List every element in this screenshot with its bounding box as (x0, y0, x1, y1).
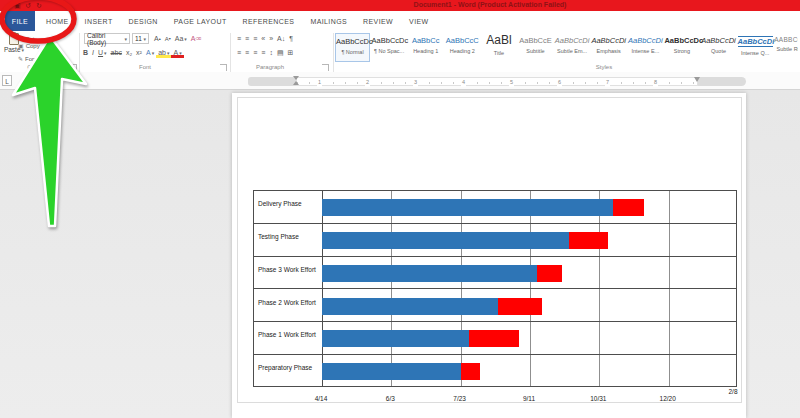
bar-completed[interactable] (322, 232, 569, 249)
chart-object-frame[interactable]: Delivery PhaseTesting PhasePhase 3 Work … (237, 97, 742, 403)
style-sample: AaBl (481, 33, 516, 47)
highlight-color-button[interactable]: ab▾ (156, 47, 171, 58)
paragraph-dialog-launcher[interactable] (322, 64, 329, 71)
style-subtle-ref[interactable]: AABBCCDLSubtle Ref... (774, 33, 798, 62)
copy-button[interactable]: ▣ Copy (18, 42, 40, 49)
increase-indent-icon[interactable]: » (267, 33, 275, 44)
cut-button[interactable]: ✂ Cut (18, 35, 34, 42)
style-no-spac[interactable]: AaBbCcDc¶ No Spac... (372, 33, 407, 62)
bar-remaining[interactable] (613, 199, 644, 216)
font-size-select[interactable]: 11▾ (132, 33, 149, 44)
tab-references[interactable]: REFERENCES (235, 18, 303, 25)
font-dialog-launcher[interactable] (220, 64, 227, 71)
change-case-button[interactable]: Aa▾ (173, 33, 189, 44)
pilcrow-icon[interactable]: ¶ (287, 33, 295, 44)
style-heading-1[interactable]: AaBbCcHeading 1 (408, 33, 443, 62)
indent-marker-right[interactable] (694, 77, 700, 82)
multilevel-list-icon[interactable]: ≡ (251, 33, 259, 44)
tab-review[interactable]: REVIEW (355, 18, 401, 25)
justify-icon[interactable]: ≡ (259, 47, 267, 58)
style-name: Emphasis (591, 48, 626, 54)
shading-icon[interactable]: ▤ (275, 47, 286, 58)
underline-button[interactable]: U▾ (96, 47, 109, 58)
strikethrough-button[interactable]: abc (109, 47, 124, 58)
ruler-right-margin (698, 77, 746, 86)
style-subtitle[interactable]: AaBbCcESubtitle (518, 33, 553, 62)
redo-icon[interactable]: ↻ (36, 1, 42, 10)
tab-file[interactable]: FILE (5, 11, 35, 31)
x-axis-tick-label: 4/14 (304, 395, 338, 402)
x-axis-tick-label: 6/3 (373, 395, 407, 402)
grow-font-button[interactable]: A▴ (152, 33, 163, 44)
indent-marker-left-bottom[interactable] (293, 81, 299, 85)
font-name-select[interactable]: Calibri (Body)▾ (84, 33, 130, 44)
style-name: Title (481, 50, 516, 56)
bar-remaining[interactable] (498, 298, 542, 315)
bar-completed[interactable] (322, 363, 461, 380)
align-center-icon[interactable]: ≡ (243, 47, 251, 58)
style-sample: AaBbCcDi (701, 36, 736, 45)
tab-view[interactable]: VIEW (401, 18, 437, 25)
text-effects-button[interactable]: A▾ (144, 47, 156, 58)
font-color-button[interactable]: A▾ (171, 47, 183, 58)
decrease-indent-icon[interactable]: « (259, 33, 267, 44)
gantt-row: Phase 1 Work Effort (254, 322, 737, 355)
superscript-button[interactable]: x² (134, 47, 144, 58)
style-name: Heading 1 (408, 48, 443, 54)
style-intense-e[interactable]: AaBbCcDiIntense E... (628, 33, 663, 62)
undo-icon[interactable]: ↺ (25, 1, 31, 10)
subscript-button[interactable]: x₂ (124, 47, 134, 58)
style-strong[interactable]: AaBbCcDcStrong (664, 33, 699, 62)
numbering-icon[interactable]: ≡ (243, 33, 251, 44)
style-name: Heading 2 (445, 48, 480, 54)
sort-icon[interactable]: A↓ (275, 33, 287, 44)
save-icon[interactable]: ▣ (14, 1, 21, 10)
bar-remaining[interactable] (537, 265, 562, 282)
style-heading-2[interactable]: AaBbCcCHeading 2 (445, 33, 480, 62)
tab-home[interactable]: HOME (38, 18, 77, 25)
tab-page-layout[interactable]: PAGE LAYOUT (166, 18, 235, 25)
ruler-number: 4 (461, 78, 466, 87)
copy-icon: ▣ (18, 42, 24, 49)
style-quote[interactable]: AaBbCcDiQuote (701, 33, 736, 62)
style-title[interactable]: AaBlTitle (481, 33, 516, 62)
document-page[interactable]: Delivery PhaseTesting PhasePhase 3 Work … (232, 93, 746, 418)
line-spacing-icon[interactable]: ↕ (267, 47, 275, 58)
bold-button[interactable]: B (81, 47, 90, 58)
word-window: ▣ ↺ ↻ Document1 - Word (Product Activati… (0, 0, 800, 418)
tab-design[interactable]: DESIGN (121, 18, 166, 25)
gantt-row: Phase 2 Work Effort (254, 290, 737, 323)
clear-formatting-button[interactable]: A⌫ (189, 33, 203, 44)
bar-completed[interactable] (322, 265, 537, 282)
tab-mailings[interactable]: MAILINGS (302, 18, 355, 25)
ruler-number: 3 (413, 78, 418, 87)
clipboard-dialog-launcher[interactable] (70, 64, 77, 71)
bar-completed[interactable] (322, 298, 498, 315)
bar-completed[interactable] (322, 330, 469, 347)
bullets-icon[interactable]: ≡ (235, 33, 243, 44)
shrink-font-button[interactable]: A▾ (163, 33, 173, 44)
bar-remaining[interactable] (461, 363, 480, 380)
bar-completed[interactable] (322, 199, 613, 216)
indent-marker-left[interactable] (293, 76, 299, 80)
tab-selector[interactable]: L (2, 75, 12, 86)
bar-remaining[interactable] (569, 232, 608, 249)
styles-gallery: AaBbCcDc¶ NormalAaBbCcDc¶ No Spac...AaBb… (335, 33, 798, 63)
horizontal-ruler[interactable]: 12345678 (296, 77, 698, 86)
tab-insert[interactable]: INSERT (77, 18, 121, 25)
ruler-number: 8 (653, 78, 658, 87)
align-left-icon[interactable]: ≡ (235, 47, 243, 58)
format-painter-button[interactable]: ✎ Format Painter (18, 55, 65, 62)
style-intense-q[interactable]: AaBbCcDiIntense Q... (738, 33, 773, 62)
bar-remaining[interactable] (469, 330, 519, 347)
align-right-icon[interactable]: ≡ (251, 47, 259, 58)
style-normal[interactable]: AaBbCcDc¶ Normal (335, 33, 370, 62)
borders-icon[interactable]: ⊞ (286, 47, 296, 58)
x-axis-tick-label: 2/8 (716, 388, 750, 395)
style-subtle-em[interactable]: AaBbCcDiSubtle Em... (555, 33, 590, 62)
gantt-row-label: Phase 2 Work Effort (258, 299, 316, 306)
ruler-zone: L 12345678 (0, 72, 800, 90)
ruler-number: 7 (605, 78, 610, 87)
style-emphasis[interactable]: AaBbCcDiEmphasis (591, 33, 626, 62)
font-group-label: Font (130, 64, 160, 70)
